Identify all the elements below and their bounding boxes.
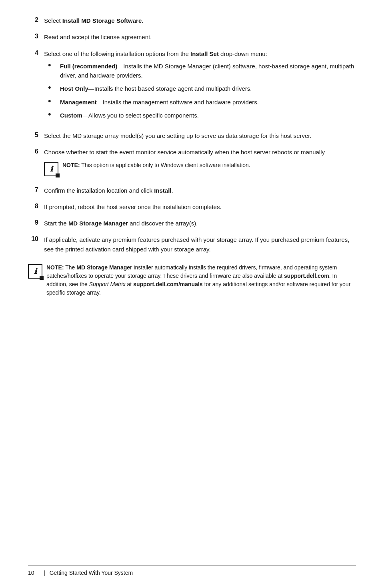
note-icon-symbol: ℹ — [50, 165, 53, 173]
step-6: 6 Choose whether to start the event moni… — [28, 147, 356, 178]
step-content-8: If prompted, reboot the host server once… — [44, 202, 356, 211]
bold-management: Management — [60, 99, 97, 106]
bullet-dot-custom: • — [48, 110, 57, 119]
standalone-note: ℹ NOTE: The MD Storage Manager installer… — [28, 263, 356, 297]
footer: 10 | Getting Started With Your System — [28, 565, 356, 576]
note-label-step6: NOTE: — [62, 162, 80, 168]
step-number-5: 5 — [28, 131, 44, 139]
step-4: 4 Select one of the following installati… — [28, 49, 356, 124]
step-number-9: 9 — [28, 219, 44, 226]
step-8: 8 If prompted, reboot the host server on… — [28, 202, 356, 211]
bullet-text-host: Host Only—Installs the host-based storag… — [60, 84, 252, 93]
step-number-10: 10 — [28, 235, 44, 243]
step-2: 2 Select Install MD Storage Software. — [28, 16, 356, 25]
step-content-2: Select Install MD Storage Software. — [44, 16, 356, 25]
step-content-3: Read and accept the license agreement. — [44, 32, 356, 42]
step-5: 5 Select the MD storage array model(s) y… — [28, 131, 356, 140]
standalone-note-text: NOTE: The MD Storage Manager installer a… — [46, 263, 356, 297]
step-content-6: Choose whether to start the event monito… — [44, 147, 356, 178]
step-3: 3 Read and accept the license agreement. — [28, 32, 356, 42]
footer-page-number: 10 — [28, 570, 40, 576]
step-10: 10 If applicable, activate any premium f… — [28, 235, 356, 254]
step-content-5: Select the MD storage array model(s) you… — [44, 131, 356, 140]
bold-full: Full (recommended) — [60, 63, 117, 70]
step-list: 2 Select Install MD Storage Software. 3 … — [28, 16, 356, 254]
bold-md-storage-manager-9: MD Storage Manager — [68, 220, 128, 227]
bullet-host-only: • Host Only—Installs the host-based stor… — [44, 84, 356, 93]
install-set-label: Install Set — [190, 50, 219, 57]
step-number-3: 3 — [28, 32, 44, 40]
step-9: 9 Start the MD Storage Manager and disco… — [28, 219, 356, 228]
bullet-dot-full: • — [48, 61, 57, 70]
bold-custom: Custom — [60, 112, 82, 119]
standalone-note-label: NOTE: — [46, 264, 64, 271]
note-icon-step6: ℹ — [44, 162, 58, 176]
bullet-management: • Management—Installs the management sof… — [44, 98, 356, 107]
bold-support-dell: support.dell.com — [284, 273, 329, 279]
step-number-8: 8 — [28, 202, 44, 210]
step-number-7: 7 — [28, 186, 44, 193]
step-number-4: 4 — [28, 49, 44, 57]
bullet-text-full: Full (recommended)—Installs the MD Stora… — [60, 62, 356, 80]
bold-support-dell-manuals: support.dell.com/manuals — [133, 281, 202, 287]
step-content-10: If applicable, activate any premium feat… — [44, 235, 356, 254]
note-text-step6: NOTE: This option is applicable only to … — [62, 161, 250, 169]
standalone-note-icon-symbol: ℹ — [34, 268, 37, 275]
bold-install-md: Install MD Storage Software — [62, 17, 142, 24]
page: 2 Select Install MD Storage Software. 3 … — [0, 0, 384, 588]
bold-install: Install — [154, 187, 171, 194]
step-content-9: Start the MD Storage Manager and discove… — [44, 219, 356, 228]
step-content-7: Confirm the installation location and cl… — [44, 186, 356, 195]
footer-title: Getting Started With Your System — [50, 570, 133, 576]
bullet-text-custom: Custom—Allows you to select specific com… — [60, 111, 199, 120]
note-box-step6: ℹ NOTE: This option is applicable only t… — [44, 161, 356, 176]
standalone-note-icon: ℹ — [28, 264, 42, 279]
step-number-2: 2 — [28, 16, 44, 24]
install-options-list: • Full (recommended)—Installs the MD Sto… — [44, 62, 356, 120]
bullet-dot-host: • — [48, 83, 57, 92]
footer-separator: | — [44, 570, 46, 576]
bold-md-storage-manager-note: MD Storage Manager — [76, 264, 132, 271]
bullet-custom: • Custom—Allows you to select specific c… — [44, 111, 356, 120]
italic-support-matrix: Support Matrix — [89, 281, 126, 287]
step-7: 7 Confirm the installation location and … — [28, 186, 356, 195]
bullet-dot-mgmt: • — [48, 97, 57, 106]
step-number-6: 6 — [28, 147, 44, 155]
step-content-4: Select one of the following installation… — [44, 49, 356, 124]
bullet-text-mgmt: Management—Installs the management softw… — [60, 98, 259, 107]
bullet-full: • Full (recommended)—Installs the MD Sto… — [44, 62, 356, 80]
bold-host-only: Host Only — [60, 85, 88, 92]
